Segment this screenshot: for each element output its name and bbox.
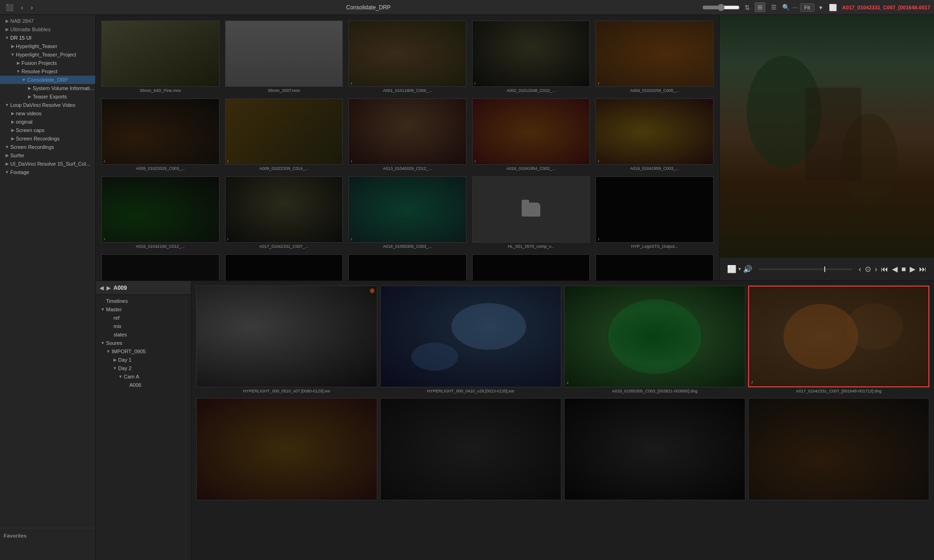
media-item-a009c003[interactable]: ♪ A009_01022033_C003_... <box>99 97 221 173</box>
sidebar-item-ultimatte[interactable]: Ultimatte Bubbles <box>0 25 95 34</box>
tl-item-label: ref <box>113 315 120 321</box>
main-layout: NAB 2847 Ultimatte Bubbles DR 15 UI Hype… <box>0 15 934 560</box>
grid-panel[interactable]: 35mm_64D_Fine.mov 35mm_200T.mov ♪ A0 <box>96 15 719 280</box>
media-item-a013c012[interactable]: ♪ A013_01040029_C012_... <box>347 97 468 173</box>
media-item-hyp-logo[interactable]: ♪ HYP_LogoSTS_Output... <box>594 175 715 251</box>
tl-item-cama[interactable]: ▼ Cam A <box>96 372 191 381</box>
media-item-a004c005[interactable]: ♪ A004_01020259_C005_... <box>594 19 715 95</box>
media-item-a016c003[interactable]: ♪ A016_01041959_C003_... <box>594 97 715 173</box>
bin-item-hyperlight000410[interactable]: HYPERLIGHT_000_0410_v28.[0013-0135].exr <box>380 286 561 393</box>
media-item-a002c010[interactable]: ♪ A002_01012048_C010_... <box>470 19 592 95</box>
media-item-a016c012[interactable]: ♪ A016_01042100_C012_... <box>99 175 221 251</box>
jump-start-btn[interactable]: ⏮ <box>879 264 890 274</box>
bin-item-row2c[interactable] <box>564 398 745 501</box>
tl-item-label: Day 1 <box>118 357 132 363</box>
bin-item-a018c003[interactable]: ♪ A018_01050305_C003_[003821-003895].dng <box>564 286 745 393</box>
media-item-hyp-text2[interactable]: ♪ HYP_Text2_Output.mov <box>347 252 468 280</box>
sidebar-item-hyperlight-project[interactable]: Hyperlight_Teaser_Project <box>0 50 95 59</box>
arrow-icon: ▼ <box>112 366 118 371</box>
fit-btn[interactable]: Fit <box>800 3 814 12</box>
timeline-main[interactable]: HYPERLIGHT_000_0510_v07.[0080-0129].exr … <box>191 281 934 560</box>
sidebar-item-footage[interactable]: Footage <box>0 168 95 176</box>
bin-thumbnail <box>196 286 377 387</box>
arrow-icon <box>9 128 16 133</box>
list-view-btn[interactable]: ☰ <box>768 2 779 12</box>
bin-item-row2d[interactable] <box>748 398 929 501</box>
media-item-a018c003[interactable]: ♪ A018_01050305_C003_... <box>347 175 468 251</box>
panel-arrow-left[interactable]: ◀ <box>99 285 104 291</box>
tl-item-day1[interactable]: ▶ Day 1 <box>96 356 191 364</box>
play-btn[interactable]: ▶ <box>908 264 917 274</box>
media-item-hyp-usef[interactable]: U ♪ HYP_LogoUSEF_Outpu... <box>99 252 221 280</box>
back-btn[interactable]: ‹ <box>19 3 25 12</box>
preview-audio-btn[interactable]: 🔊 <box>741 264 754 274</box>
search-btn[interactable]: 🔍 <box>782 4 790 11</box>
sidebar-item-new-videos[interactable]: new videos <box>0 109 95 118</box>
sort-btn[interactable]: ⇅ <box>743 3 752 12</box>
sidebar-item-surfer[interactable]: Surfer <box>0 151 95 160</box>
media-item-a016c002[interactable]: ♪ A016_01041954_C002_... <box>470 97 592 173</box>
preview-monitor-btn[interactable]: ⬜ <box>725 264 738 274</box>
media-item-35mm64d[interactable]: 35mm_64D_Fine.mov <box>99 19 221 95</box>
tl-item-mix[interactable]: mix <box>96 322 191 330</box>
sidebar-item-hyperlight-teaser[interactable]: Hyperlight_Teaser <box>0 42 95 50</box>
sidebar-item-fusion-projects[interactable]: Fusion Projects <box>0 59 95 67</box>
sidebar-divider <box>0 528 95 528</box>
tl-item-import0905[interactable]: ▼ IMPORT_0905 <box>96 347 191 356</box>
tl-item-a006[interactable]: A006 <box>96 381 191 389</box>
sidebar-item-loop-davinci[interactable]: Loop DaVinci Resolve Video <box>0 101 95 109</box>
fullscreen-btn[interactable]: ⬜ <box>827 3 839 12</box>
favorites-section: Favorites <box>0 530 95 541</box>
media-item-label: 35mm_64D_Fine.mov <box>101 88 219 93</box>
sidebar-item-dr15[interactable]: DR 15 UI <box>0 34 95 42</box>
preview-timeline[interactable] <box>759 268 852 270</box>
loop-btn[interactable]: ⊙ <box>863 264 873 274</box>
sidebar-item-screen-caps[interactable]: Screen caps <box>0 126 95 134</box>
tl-item-day2[interactable]: ▼ Day 2 <box>96 364 191 372</box>
media-thumbnail: ♪ <box>101 98 219 165</box>
prev-frame-btn[interactable]: ‹ <box>857 264 863 274</box>
sidebar-item-label: UI_DaVinci Resolve 15_Surf_Col... <box>10 161 90 167</box>
media-item-hyp-text3[interactable]: ♪ HYP_Text3_Output.mov <box>470 252 592 280</box>
arrow-icon: ▼ <box>105 349 112 354</box>
window-controls[interactable]: ⬛ <box>4 3 15 12</box>
media-item-a009c014[interactable]: ♪ A009_01022339_C014_... <box>223 97 345 173</box>
media-item-label: A009_01022033_C003_... <box>101 166 219 171</box>
tl-item-slates[interactable]: slates <box>96 330 191 339</box>
bin-item-hyperlight000510[interactable]: HYPERLIGHT_000_0510_v07.[0080-0129].exr <box>196 286 377 393</box>
sidebar-item-teaser-exports[interactable]: Teaser Exports <box>0 92 95 101</box>
thumb-overlay <box>381 286 561 387</box>
grid-view-btn[interactable]: ⊞ <box>755 2 765 12</box>
media-item-hyp-text4[interactable]: ♪ HYP_Text4_Output.mov <box>594 252 715 280</box>
media-item-35mm200t[interactable]: 35mm_200T.mov <box>223 19 345 95</box>
sidebar-item-original[interactable]: original <box>0 118 95 126</box>
media-item-hyp-text1[interactable]: ♪ HYP_Text1_Output.mov <box>223 252 345 280</box>
tl-item-timelines[interactable]: Timelines <box>96 297 191 305</box>
fit-dropdown-btn[interactable]: ▾ <box>817 3 824 12</box>
sidebar-item-nab2847[interactable]: NAB 2847 <box>0 17 95 25</box>
bin-item-row2a[interactable] <box>196 398 377 501</box>
timeline-sidebar: ◀ ▶ A009 Timelines ▼ Master <box>96 281 191 560</box>
tl-item-ref[interactable]: ref <box>96 314 191 322</box>
sidebar-item-screen-recordings-2[interactable]: Screen Recordings <box>0 143 95 151</box>
sidebar-item-system-volume[interactable]: System Volume Information <box>0 84 95 92</box>
media-item-hl001[interactable]: HL_001_0570_comp_v... <box>470 175 592 251</box>
stop-btn[interactable]: ■ <box>899 264 908 274</box>
media-item-a017c007[interactable]: ♪ A017_01042331_C007_... <box>223 175 345 251</box>
media-item-a001c006[interactable]: ♪ A001_01011809_C006_... <box>347 19 468 95</box>
sidebar-item-screen-recordings-1[interactable]: Screen Recordings <box>0 134 95 143</box>
tl-item-master[interactable]: ▼ Master <box>96 305 191 314</box>
play-back-btn[interactable]: ◀ <box>890 264 899 274</box>
forward-btn[interactable]: › <box>29 3 35 12</box>
next-frame-btn[interactable]: › <box>873 264 879 274</box>
sidebar-item-resolve-project[interactable]: Resolve Project <box>0 67 95 76</box>
zoom-slider[interactable] <box>702 4 740 11</box>
tl-item-soures[interactable]: ▼ Soures <box>96 339 191 347</box>
jump-end-btn[interactable]: ⏭ <box>917 264 928 274</box>
bin-item-row2b[interactable] <box>380 398 561 501</box>
sidebar-item-ui-davinci[interactable]: UI_DaVinci Resolve 15_Surf_Col... <box>0 160 95 168</box>
bin-item-a017c007-selected[interactable]: ♪ A017_01042331_C007_[001648-001713].dng <box>748 286 929 393</box>
sidebar-item-consolidate-drp[interactable]: Consolidate_DRP <box>0 76 95 84</box>
more-btn[interactable]: ··· <box>792 4 798 11</box>
panel-arrow-right[interactable]: ▶ <box>106 285 111 291</box>
